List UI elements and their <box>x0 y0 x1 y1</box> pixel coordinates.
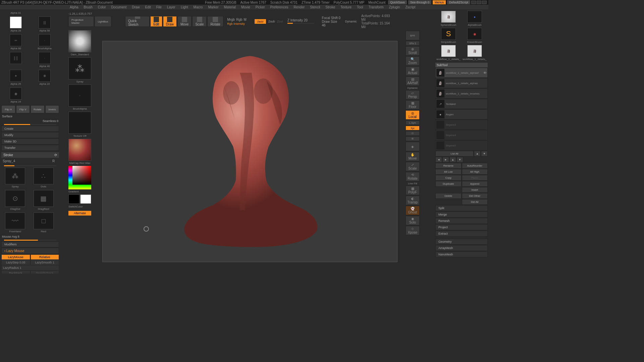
main-color[interactable] <box>68 194 79 204</box>
relative-toggle[interactable]: Relative <box>31 255 59 259</box>
modify-section[interactable]: Modify <box>1 132 59 138</box>
xpose-button[interactable]: ⊹Xpose <box>406 226 420 235</box>
menu-zscript[interactable]: Zscript <box>405 5 415 9</box>
transfer-section[interactable]: Transfer <box>1 145 59 151</box>
move-nav-button[interactable]: ✋Move <box>406 152 420 161</box>
merge-section[interactable]: Merge <box>435 212 488 218</box>
persp-button[interactable]: ▱Persp <box>406 90 420 100</box>
gradient-label[interactable]: Gradient <box>67 190 93 193</box>
alpha-60[interactable]: ═Alpha 60 <box>1 34 30 51</box>
delother-button[interactable]: Del Other <box>462 193 488 199</box>
arrow-btn-1[interactable]: ◄ <box>435 157 442 163</box>
mouseavg-slider[interactable]: Mouse Avg 8 <box>2 235 58 238</box>
m-toggle[interactable]: M <box>244 18 247 21</box>
menu-material[interactable]: Material <box>224 5 236 9</box>
draw-poly-button[interactable]: ◈ <box>406 142 420 151</box>
menu-brush[interactable]: Brush <box>84 5 93 9</box>
tool-alphabrush[interactable]: ●AlphaBrush <box>462 10 488 27</box>
split-section[interactable]: Split <box>435 205 488 211</box>
local-button[interactable]: ◎Local <box>406 110 420 120</box>
tool-simplebrush[interactable]: SSimpleBrush <box>435 27 462 44</box>
down-icon[interactable]: ▼ <box>481 151 488 157</box>
eye-icon[interactable]: 👁 <box>483 71 487 75</box>
menu-texture[interactable]: Texture <box>340 5 352 9</box>
seamless-slider[interactable]: Seamless 0 <box>2 119 58 123</box>
arrow-btn-2[interactable]: ► <box>442 157 449 163</box>
arrow-btn-3[interactable]: ▲ <box>449 157 456 163</box>
menu-layer[interactable]: Layer <box>167 5 175 9</box>
window-min-icon[interactable] <box>471 1 476 4</box>
stroke-preview[interactable]: ⁂ <box>68 57 91 79</box>
defaultscript-button[interactable]: DefaultZScript <box>447 0 470 4</box>
floor-button[interactable]: ▦Floor <box>406 100 420 110</box>
menu-draw[interactable]: Draw <box>132 5 140 9</box>
menus-button[interactable]: Menus <box>433 0 446 4</box>
menu-edit[interactable]: Edit <box>145 5 151 9</box>
seethrough-button[interactable]: See-through 0 <box>408 0 431 4</box>
up-icon[interactable]: ▲ <box>474 151 481 157</box>
menu-macro[interactable]: Macro <box>194 5 203 9</box>
menu-render[interactable]: Render <box>294 5 305 9</box>
edit-button[interactable]: Edit <box>150 16 162 27</box>
stroke-rect[interactable]: □Rect <box>30 212 58 234</box>
window-max-icon[interactable] <box>477 1 481 4</box>
brush-preview[interactable] <box>68 30 91 52</box>
alpha-25[interactable]: ✦Alpha 25 <box>1 69 30 86</box>
geometry-section[interactable]: Geometry <box>435 239 488 245</box>
spix-slider[interactable]: SPix 3 <box>406 41 420 46</box>
flip-h-button[interactable]: Flip H <box>1 105 15 113</box>
lazysmooth-slider[interactable]: LazySmooth 1 <box>31 260 59 265</box>
menu-stroke[interactable]: Stroke <box>325 5 335 9</box>
ghost-button[interactable]: 👻Ghost <box>406 206 420 215</box>
menu-picker[interactable]: Picker <box>256 5 265 9</box>
quicksave-button[interactable]: QuickSave <box>388 0 407 4</box>
copy-button[interactable]: Copy <box>435 175 462 181</box>
draw-button[interactable]: Draw <box>163 16 177 27</box>
secondary-color[interactable] <box>80 194 91 204</box>
frame-button[interactable]: ⊡ <box>406 131 420 136</box>
stroke-header[interactable]: Stroke⟳ <box>1 152 59 158</box>
window-close-icon[interactable] <box>482 1 487 4</box>
rotate-button[interactable]: Rotate <box>31 105 45 113</box>
flip-v-button[interactable]: Flip V <box>16 105 30 113</box>
zadd-toggle[interactable]: Zadd <box>254 19 266 24</box>
menu-light[interactable]: Light <box>181 5 188 9</box>
lazymouse-toggle[interactable]: LazyMouse <box>2 255 30 259</box>
subtool-7[interactable]: Shpere5 <box>435 140 488 150</box>
subtool-header[interactable]: SubTool <box>435 63 488 67</box>
nanomesh-section[interactable]: NanoMesh <box>435 251 488 257</box>
listall-button[interactable]: List All <box>435 151 474 157</box>
subtool-4[interactable]: ●Augen <box>435 109 488 119</box>
transp-button[interactable]: ◐Transp <box>406 196 420 205</box>
scroll-button[interactable]: ⊕Scroll <box>406 46 420 56</box>
menu-zplugin[interactable]: Zplugin <box>389 5 400 9</box>
drawsize-slider[interactable]: Draw Size 46 <box>322 20 341 27</box>
alpha-24[interactable]: ◉Alpha 24 <box>1 87 30 104</box>
arraymesh-section[interactable]: ArrayMesh <box>435 245 488 251</box>
r-button[interactable]: R <box>52 159 58 164</box>
grid-button[interactable]: ⊞ <box>406 136 420 141</box>
rotate-nav-button[interactable]: ⟲Rotate <box>406 172 420 181</box>
stroke-dots[interactable]: ∴Dots <box>30 167 58 189</box>
project-section[interactable]: Project <box>435 224 488 230</box>
solo-button[interactable]: ◉Solo <box>406 216 420 225</box>
lazymouse-section[interactable]: • Lazy Mouse <box>1 248 59 254</box>
menu-color[interactable]: Color <box>98 5 106 9</box>
stroke-freehand[interactable]: 〰FreeHand <box>1 212 29 234</box>
menu-preferences[interactable]: Preferences <box>270 5 288 9</box>
alpha-22[interactable]: ❋Alpha 22 <box>30 69 59 86</box>
rename-button[interactable]: Rename <box>435 163 462 169</box>
tool-spherebrush[interactable]: 🗿SphereBrush <box>435 10 462 27</box>
material-preview[interactable] <box>68 139 91 161</box>
alpha-preview[interactable]: · <box>68 84 91 107</box>
arrow-btn-4[interactable]: ▼ <box>457 157 463 163</box>
actual-button[interactable]: ▣Actual <box>406 66 420 76</box>
mrgb-toggle[interactable]: Mrgb <box>227 18 235 21</box>
focalshift-slider[interactable]: Focal Shift 0 <box>322 16 341 20</box>
lightbox-button[interactable]: LightBox <box>95 16 111 27</box>
move-button[interactable]: Move <box>177 16 192 27</box>
color-picker[interactable] <box>68 166 91 189</box>
alpha-40[interactable]: ·Alpha 40 <box>30 51 59 68</box>
menu-marker[interactable]: Marker <box>208 5 218 9</box>
tool-workflow1[interactable]: 🗿workflow_1_details_ <box>435 44 462 61</box>
